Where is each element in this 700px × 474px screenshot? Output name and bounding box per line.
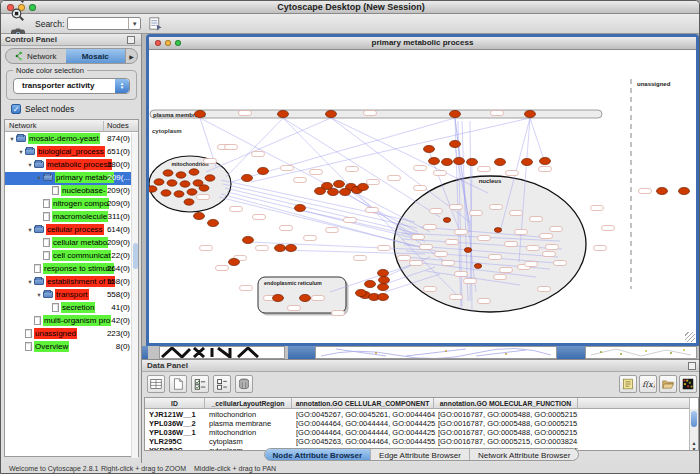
gene-node[interactable] xyxy=(275,244,286,251)
gene-node[interactable] xyxy=(495,158,506,165)
float-panel-icon[interactable] xyxy=(127,36,135,44)
gene-node[interactable] xyxy=(328,188,339,195)
tree-row[interactable]: ▼cellular process614(0) xyxy=(5,224,138,237)
datapanel-button-matrix[interactable] xyxy=(679,375,697,393)
gene-node[interactable] xyxy=(467,158,478,165)
network-canvas[interactable]: plasma membranecytoplasmmitochondrionnuc… xyxy=(149,51,696,343)
table-row[interactable]: YJR121W__1mitochondrion[GO:0045267, GO:0… xyxy=(145,410,690,419)
attribute-table[interactable]: ID_cellularLayoutRegionannotation.GO CEL… xyxy=(144,397,699,451)
tree-row[interactable]: multi-organism pro42(0) xyxy=(5,315,138,328)
tree-row[interactable]: ▼metabolic process280(0) xyxy=(5,159,138,172)
app-titlebar[interactable]: Cytoscape Desktop (New Session) xyxy=(1,1,700,14)
toolbar-button-zoom-selected[interactable] xyxy=(8,6,28,24)
gene-node[interactable] xyxy=(154,179,164,185)
gene-node[interactable] xyxy=(315,187,326,194)
gene-node[interactable] xyxy=(195,110,206,117)
gene-node[interactable] xyxy=(326,110,337,117)
gene-node[interactable] xyxy=(278,110,289,117)
datapanel-button-formula[interactable]: f(x) xyxy=(639,375,657,393)
datapanel-button-attr-grid[interactable] xyxy=(147,375,165,393)
background-window-fragment[interactable] xyxy=(315,346,557,359)
column-header[interactable]: annotation.GO MOLECULAR_FUNCTION xyxy=(434,398,578,409)
gene-node[interactable] xyxy=(522,158,533,165)
tree-row[interactable]: ▼mosaic-demo-yeast874(0) xyxy=(5,133,138,146)
gene-node[interactable] xyxy=(356,289,367,296)
tab-overflow-button[interactable]: ▶ xyxy=(125,49,137,63)
toolbar-button-import-table[interactable] xyxy=(145,15,165,33)
gene-node[interactable] xyxy=(378,269,389,276)
gene-node[interactable] xyxy=(679,187,690,194)
gene-node[interactable] xyxy=(340,188,351,195)
tree-row[interactable]: cellular metabo209(0) xyxy=(5,237,138,250)
tree-row[interactable]: ▼biological_process651(0) xyxy=(5,146,138,159)
disclosure-triangle-icon[interactable]: ▼ xyxy=(26,279,34,285)
gene-node[interactable] xyxy=(180,181,190,187)
disclosure-triangle-icon[interactable]: ▼ xyxy=(26,162,34,168)
gene-node[interactable] xyxy=(429,157,440,164)
gene-node[interactable] xyxy=(657,187,668,194)
background-window-frame[interactable] xyxy=(142,346,148,359)
gene-node[interactable] xyxy=(286,244,297,251)
table-scrollbar[interactable]: ▲▼ xyxy=(689,409,698,451)
tree-row[interactable]: response to stimulu264(0) xyxy=(5,263,138,276)
tree-row[interactable]: cell communicat22(0) xyxy=(5,250,138,263)
datapanel-button-new-attribute[interactable] xyxy=(169,375,187,393)
background-window-fragment[interactable] xyxy=(159,346,285,359)
resize-grip[interactable] xyxy=(685,332,695,342)
tab-network-attribute-browser[interactable]: Network Attribute Browser xyxy=(470,449,578,460)
gene-node[interactable] xyxy=(167,180,177,186)
network-window-titlebar[interactable]: primary metabolic process xyxy=(149,37,696,50)
datapanel-button-import-attributes[interactable] xyxy=(659,375,677,393)
gene-node[interactable] xyxy=(184,199,194,205)
datapanel-button-unselect-attributes[interactable] xyxy=(213,375,231,393)
gene-node[interactable] xyxy=(149,186,157,192)
tree-row[interactable]: ▼transport558(0) xyxy=(5,289,138,302)
column-header[interactable]: _cellularLayoutRegion xyxy=(205,398,292,409)
gene-node[interactable] xyxy=(450,140,461,147)
gene-node[interactable] xyxy=(243,236,254,243)
datapanel-button-select-attributes[interactable] xyxy=(191,375,209,393)
select-nodes-checkbox[interactable]: ✓ xyxy=(11,104,21,114)
tab-network[interactable]: Network xyxy=(6,49,66,63)
float-data-panel-icon[interactable] xyxy=(688,362,696,370)
tree-scrollbar[interactable] xyxy=(131,133,138,458)
tab-node-attribute-browser[interactable]: Node Attribute Browser xyxy=(265,449,372,460)
background-window-titlebar[interactable] xyxy=(288,346,315,359)
gene-node[interactable] xyxy=(161,190,171,196)
datapanel-button-delete-attribute[interactable] xyxy=(235,375,253,393)
datapanel-button-notes[interactable] xyxy=(619,375,637,393)
disclosure-triangle-icon[interactable]: ▼ xyxy=(26,227,34,233)
tree-row[interactable]: nucleobase-209(0) xyxy=(5,185,138,198)
gene-node[interactable] xyxy=(450,110,461,117)
gene-node[interactable] xyxy=(163,170,173,176)
gene-node[interactable] xyxy=(540,157,551,164)
tree-row[interactable]: Overview8(0) xyxy=(5,341,138,354)
gene-node[interactable] xyxy=(205,175,215,181)
table-row[interactable]: YPL036W__2plasma membrane[GO:0044464, GO… xyxy=(145,419,690,428)
gene-node[interactable] xyxy=(358,183,369,190)
gene-node[interactable] xyxy=(174,191,184,197)
tree-row[interactable]: secretion41(0) xyxy=(5,302,138,315)
gene-node[interactable] xyxy=(273,294,284,301)
search-input[interactable] xyxy=(69,18,127,29)
disclosure-triangle-icon[interactable]: ▼ xyxy=(35,175,43,181)
search-dropdown-arrow[interactable]: ▼ xyxy=(128,18,140,29)
gene-node[interactable] xyxy=(258,167,269,174)
gene-node[interactable] xyxy=(229,258,240,265)
table-row[interactable]: YLR295Ccytoplasm[GO:0045263, GO:0044464,… xyxy=(145,437,690,446)
gene-node[interactable] xyxy=(300,294,311,301)
gene-node[interactable] xyxy=(424,145,435,152)
disclosure-triangle-icon[interactable]: ▼ xyxy=(8,136,16,142)
gene-node[interactable] xyxy=(194,212,205,219)
tree-row[interactable]: ▼primary metabol209(... xyxy=(5,172,138,185)
tree-row[interactable]: ▼establishment of lo558(0) xyxy=(5,276,138,289)
node-color-dropdown[interactable]: transporter activity ▲▼ xyxy=(13,78,130,94)
tab-edge-attribute-browser[interactable]: Edge Attribute Browser xyxy=(371,449,470,460)
search-box[interactable]: ▼ xyxy=(67,17,141,30)
gene-node[interactable] xyxy=(334,180,345,187)
gene-node[interactable] xyxy=(474,264,481,269)
gene-node[interactable] xyxy=(525,110,536,117)
gene-node[interactable] xyxy=(378,293,389,300)
background-window-titlebar[interactable] xyxy=(557,346,585,359)
gene-node[interactable] xyxy=(208,219,219,226)
